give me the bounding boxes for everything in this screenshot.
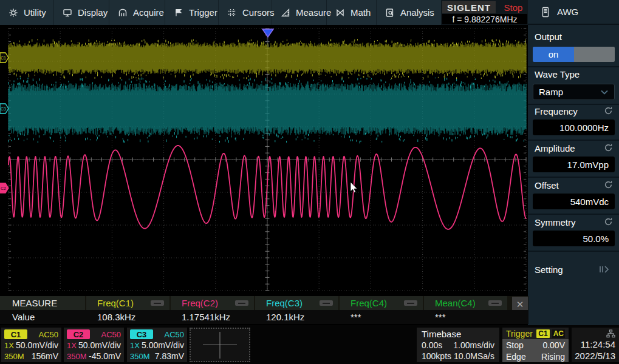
output-toggle[interactable]: on xyxy=(533,47,615,62)
trigger-source-badge: C1 xyxy=(536,329,549,338)
measure-column-freq-c1[interactable]: Freq(C1) xyxy=(86,296,169,310)
arch-icon xyxy=(118,8,128,18)
channel-badge: C1 xyxy=(4,329,27,339)
channel-badge: C3 xyxy=(130,329,153,339)
menu-item-cursors[interactable]: Cursors xyxy=(219,0,272,25)
measure-column-label: Mean(C4) xyxy=(435,298,476,308)
refresh-icon[interactable] xyxy=(604,106,613,118)
frequency-label: Frequency xyxy=(535,106,578,116)
brand-logo: SIGLENT xyxy=(442,1,496,13)
offset-value[interactable]: 540mVdc xyxy=(533,194,615,209)
awg-panel-header[interactable]: AWG xyxy=(528,0,619,25)
bandwidth-limit: 350M xyxy=(4,352,24,361)
top-menu-bar: Utility Display Acquire Trigger Cursors xyxy=(0,0,619,25)
svg-text:C3: C3 xyxy=(1,107,6,111)
section-divider xyxy=(528,251,619,252)
doc-magnifier-icon xyxy=(385,8,395,18)
measure-value: *** xyxy=(424,310,507,324)
measure-column-label: Freq(C2) xyxy=(182,298,218,308)
collapse-minus-button[interactable] xyxy=(235,300,248,306)
awg-panel: AWG Output on Wave Type Ramp Frequency 1… xyxy=(528,0,619,364)
clock-box: 11:24:54 2022/5/13 xyxy=(572,328,619,362)
amplitude-label: Amplitude xyxy=(535,143,575,153)
timebase-delay: 0.00s xyxy=(422,340,442,350)
channel-badge: C2 xyxy=(67,329,90,339)
section-divider xyxy=(528,66,619,67)
menu-item-measure[interactable]: Measure xyxy=(272,0,327,25)
menu-item-trigger[interactable]: Trigger xyxy=(165,0,219,25)
bandwidth-limit: 350M xyxy=(130,352,150,361)
measure-column-freq-c3[interactable]: Freq(C3) xyxy=(255,296,338,310)
menu-item-label: Measure xyxy=(296,7,331,18)
oscilloscope-screen: Utility Display Acquire Trigger Cursors xyxy=(0,0,619,364)
measure-column-label: Freq(C1) xyxy=(97,298,134,308)
output-label: Output xyxy=(535,32,562,42)
refresh-icon[interactable] xyxy=(604,143,613,155)
section-divider xyxy=(528,140,619,141)
refresh-icon[interactable] xyxy=(604,217,613,229)
add-channel-box[interactable] xyxy=(190,328,250,362)
chevron-down-icon xyxy=(600,89,609,95)
output-toggle-on[interactable]: on xyxy=(533,47,574,62)
menu-item-label: Utility xyxy=(24,7,46,18)
measure-column-mean-c4[interactable]: Mean(C4) xyxy=(424,296,507,310)
refresh-icon[interactable] xyxy=(604,180,613,192)
close-icon: ✕ xyxy=(516,299,524,310)
menu-item-acquire[interactable]: Acquire xyxy=(109,0,165,25)
section-divider xyxy=(528,214,619,215)
channel-box-c2[interactable]: C2 AC50 1X 50.0mV/div 350M -45.0mV xyxy=(64,328,124,362)
channel-box-c1[interactable]: C1 AC50 1X 50.0mV/div 350M 156mV xyxy=(1,328,61,362)
amplitude-value[interactable]: 17.0mVpp xyxy=(533,157,615,172)
menu-item-analysis[interactable]: Analysis xyxy=(377,0,441,25)
timebase-box[interactable]: Timebase 0.00s 1.00ms/div 100kpts 10.0MS… xyxy=(417,328,499,362)
collapse-minus-button[interactable] xyxy=(488,300,502,306)
menu-item-label: Display xyxy=(78,7,108,18)
output-toggle-off[interactable] xyxy=(574,47,615,62)
trigger-status: Stop xyxy=(506,340,524,350)
menu-item-label: Cursors xyxy=(242,7,275,18)
channel-offset: 7.83mV xyxy=(155,351,184,361)
timebase-scale: 1.00ms/div xyxy=(453,340,494,350)
coupling-label: AC50 xyxy=(101,330,121,339)
probe-attenuation: 1X xyxy=(67,341,77,350)
coupling-label: AC50 xyxy=(164,330,184,339)
collapse-minus-button[interactable] xyxy=(320,300,333,306)
collapse-minus-button[interactable] xyxy=(151,300,164,306)
channel-offset: -45.0mV xyxy=(89,351,121,361)
trigger-box[interactable]: Trigger C1 AC Stop 0.00V Edge Rising xyxy=(502,328,569,362)
measure-column-freq-c2[interactable]: Freq(C2) xyxy=(171,296,254,310)
collapse-minus-button[interactable] xyxy=(404,300,417,306)
probe-attenuation: 1X xyxy=(4,341,14,350)
gear-icon xyxy=(9,8,18,18)
probe-attenuation: 1X xyxy=(130,341,140,350)
menu-item-utility[interactable]: Utility xyxy=(0,0,54,25)
trigger-type: Edge xyxy=(506,352,526,362)
channel-offset: 156mV xyxy=(32,351,58,361)
trigger-slope: Rising xyxy=(541,352,565,362)
acquisition-state[interactable]: Stop xyxy=(499,1,527,13)
measure-column-freq-c4[interactable]: Freq(C4) xyxy=(340,296,423,310)
bandwidth-limit: 350M xyxy=(67,352,87,361)
menu-item-display[interactable]: Display xyxy=(54,0,109,25)
measure-value: 1.17541kHz xyxy=(171,310,254,324)
vertical-scale: 5.00mV/div xyxy=(142,340,184,350)
system-date: 2022/5/13 xyxy=(575,351,615,361)
section-divider xyxy=(528,104,619,105)
menu-item-label: Analysis xyxy=(400,7,434,18)
timebase-title: Timebase xyxy=(422,328,494,340)
wave-type-select[interactable]: Ramp xyxy=(533,84,615,100)
symmetry-value[interactable]: 50.0% xyxy=(533,231,615,246)
frequency-value[interactable]: 100.0000Hz xyxy=(533,120,615,135)
menu-item-math[interactable]: Math xyxy=(327,0,377,25)
menu-item-label: Math xyxy=(351,7,371,18)
trigger-title: Trigger xyxy=(506,329,533,339)
crosshatch-icon xyxy=(227,8,237,18)
menu-item-label: Acquire xyxy=(133,7,164,18)
setting-row[interactable]: Setting xyxy=(528,262,619,280)
trigger-position-marker xyxy=(262,29,273,37)
system-time: 11:24:54 xyxy=(581,339,615,349)
measure-row-label: Value xyxy=(0,310,85,324)
channel-box-c3[interactable]: C3 AC50 1X 5.00mV/div 350M 7.83mV xyxy=(127,328,187,362)
waveform-display[interactable]: C1C3C2 xyxy=(0,25,528,296)
measure-value: *** xyxy=(340,310,423,324)
